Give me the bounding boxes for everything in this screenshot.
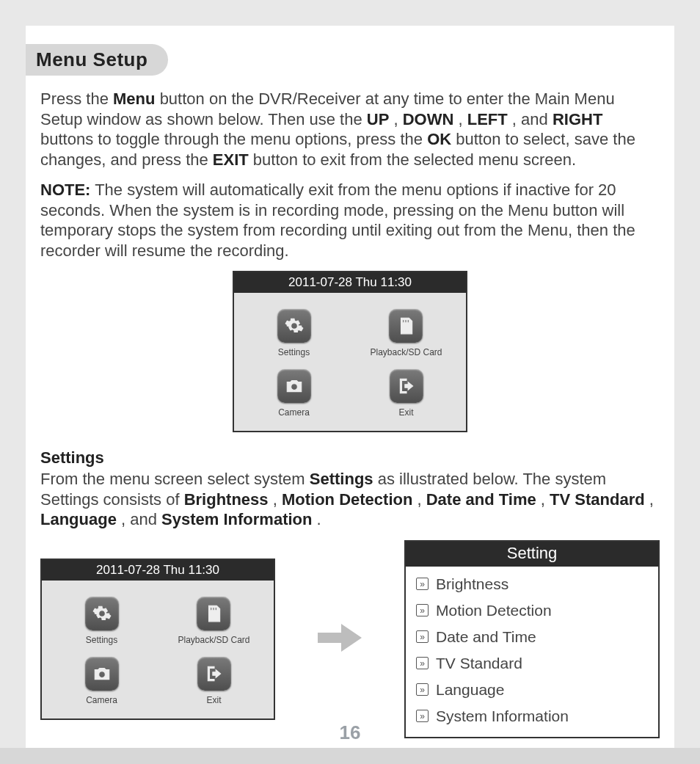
camera-icon xyxy=(85,657,119,691)
settings-item-label: TV Standard xyxy=(436,655,522,672)
page-number: 16 xyxy=(26,721,674,744)
text-run: Press the xyxy=(40,90,113,108)
bold-sysinfo: System Information xyxy=(161,510,312,528)
menu-item-exit[interactable]: Exit xyxy=(197,657,231,705)
bold-up: UP xyxy=(367,110,390,128)
text-run: , and xyxy=(121,510,161,528)
bold-ok: OK xyxy=(427,130,451,148)
menu-item-settings[interactable]: Settings xyxy=(277,309,311,357)
settings-item-label: Motion Detection xyxy=(436,602,552,619)
settings-item-label: Language xyxy=(436,681,504,699)
section-title: Menu Setup xyxy=(26,44,168,76)
sd-card-icon xyxy=(197,597,230,630)
bold-note: NOTE: xyxy=(40,181,90,199)
text-run: From the menu screen select system xyxy=(40,470,310,488)
bullet-icon: » xyxy=(416,710,429,722)
bold-menu: Menu xyxy=(113,90,155,108)
menu-item-camera[interactable]: Camera xyxy=(277,369,311,418)
exit-icon xyxy=(390,369,423,403)
figure-main-menu-2: 2011-07-28 Thu 11:30 Settings Playback/S… xyxy=(40,559,275,720)
settings-item-label: Date and Time xyxy=(436,628,536,646)
menu-item-label: Camera xyxy=(277,407,311,418)
menu-item-label: Exit xyxy=(390,407,423,418)
text-run: The system will automatically exit from … xyxy=(40,181,635,260)
bold-left: LEFT xyxy=(467,110,508,128)
settings-item-label: Brightness xyxy=(436,575,508,593)
bold-down: DOWN xyxy=(403,110,454,128)
bold-lang: Language xyxy=(40,510,117,528)
text-run: , xyxy=(393,110,402,128)
bold-brightness: Brightness xyxy=(184,490,269,509)
bullet-icon: » xyxy=(416,657,429,669)
dvr-screenshot: 2011-07-28 Thu 11:30 Settings Playback/S… xyxy=(40,559,275,720)
text-run: , xyxy=(649,490,654,509)
text-run: , xyxy=(418,490,426,509)
settings-item-brightness[interactable]: »Brightness xyxy=(413,571,651,597)
bold-right: RIGHT xyxy=(553,110,602,128)
menu-item-label: Settings xyxy=(85,635,119,645)
bold-tv: TV Standard xyxy=(550,490,645,509)
text-run: , xyxy=(541,490,550,509)
figure-settings-flow: 2011-07-28 Thu 11:30 Settings Playback/S… xyxy=(40,540,660,738)
exit-icon xyxy=(197,657,231,691)
bold-date: Date and Time xyxy=(426,490,536,509)
settings-list: »Brightness »Motion Detection »Date and … xyxy=(406,567,658,737)
section-title-wrap: Menu Setup xyxy=(40,44,660,76)
menu-item-label: Settings xyxy=(277,347,311,357)
bullet-icon: » xyxy=(416,578,429,590)
menu-item-exit[interactable]: Exit xyxy=(390,369,423,418)
settings-item-language[interactable]: »Language xyxy=(413,677,651,703)
settings-item-datetime[interactable]: »Date and Time xyxy=(413,624,651,650)
bullet-icon: » xyxy=(416,683,429,696)
camera-icon xyxy=(277,369,311,403)
menu-item-label: Exit xyxy=(197,695,231,705)
manual-page: Menu Setup Press the Menu button on the … xyxy=(26,26,674,749)
text-run: , and xyxy=(512,110,553,128)
gear-icon xyxy=(277,309,311,343)
dvr-menu-grid: Settings Playback/SD Card Camera xyxy=(42,581,274,718)
paragraph-intro: Press the Menu button on the DVR/Receive… xyxy=(40,89,660,170)
text-run: button to exit from the selected menu sc… xyxy=(253,150,576,169)
settings-item-tvstandard[interactable]: »TV Standard xyxy=(413,650,651,677)
dvr-datetime: 2011-07-28 Thu 11:30 xyxy=(234,272,466,293)
paragraph-note: NOTE: The system will automatically exit… xyxy=(40,180,660,261)
bullet-icon: » xyxy=(416,630,429,643)
bold-exit: EXIT xyxy=(213,150,249,169)
gear-icon xyxy=(85,597,119,630)
settings-panel-header: Setting xyxy=(406,542,658,567)
paragraph-settings: From the menu screen select system Setti… xyxy=(40,469,660,530)
text-run: , xyxy=(458,110,467,128)
sd-card-icon xyxy=(389,309,423,343)
menu-item-playback[interactable]: Playback/SD Card xyxy=(370,309,442,357)
dvr-datetime: 2011-07-28 Thu 11:30 xyxy=(42,560,274,581)
menu-item-label: Playback/SD Card xyxy=(178,635,249,645)
dvr-screenshot: 2011-07-28 Thu 11:30 Settings Playback/S… xyxy=(233,271,467,432)
bold-motion: Motion Detection xyxy=(282,490,412,509)
menu-item-camera[interactable]: Camera xyxy=(85,657,119,705)
text-run: . xyxy=(317,510,321,528)
bullet-icon: » xyxy=(416,604,429,616)
menu-item-label: Camera xyxy=(85,695,119,705)
footer-strip xyxy=(0,748,700,764)
settings-item-motion[interactable]: »Motion Detection xyxy=(413,597,651,624)
menu-item-settings[interactable]: Settings xyxy=(85,597,119,645)
bold-settings: Settings xyxy=(310,470,373,488)
text-run: buttons to toggle through the menu optio… xyxy=(40,130,427,148)
settings-panel: Setting »Brightness »Motion Detection »D… xyxy=(404,540,660,738)
text-run: , xyxy=(273,490,282,509)
dvr-menu-grid: Settings Playback/SD Card Camera xyxy=(234,293,466,431)
menu-item-playback[interactable]: Playback/SD Card xyxy=(178,597,249,645)
subheading-settings: Settings xyxy=(40,448,660,468)
menu-item-label: Playback/SD Card xyxy=(370,347,442,357)
arrow-right-icon xyxy=(318,621,362,658)
figure-main-menu: 2011-07-28 Thu 11:30 Settings Playback/S… xyxy=(40,271,660,432)
